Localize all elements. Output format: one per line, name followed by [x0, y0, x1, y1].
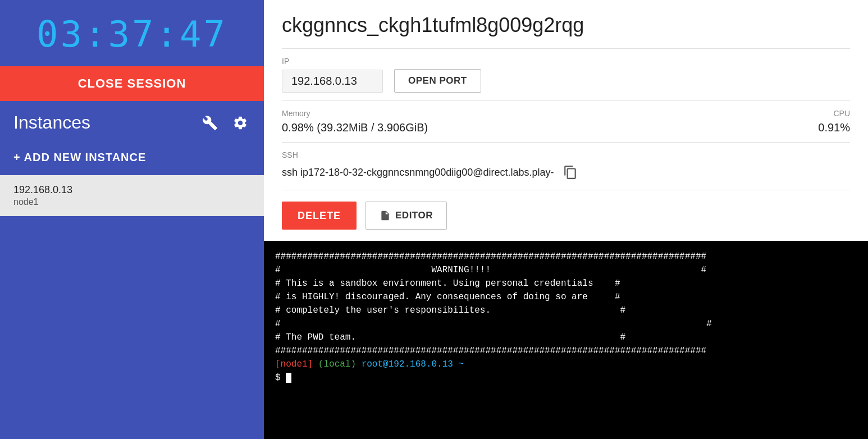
instance-detail: ckggnncs_ckgh1tufml8g009g2rqg IP 192.168…: [264, 0, 868, 241]
editor-icon: [380, 210, 391, 221]
terminal-prompt-node: [node1]: [275, 359, 313, 369]
wrench-icon-button[interactable]: [200, 113, 220, 133]
terminal[interactable]: ########################################…: [264, 241, 868, 439]
instance-title: ckggnncs_ckgh1tufml8g009g2rqg: [282, 13, 850, 37]
instance-item-name: node1: [13, 197, 250, 207]
terminal-prompt-user: root@192.168.0.13 ~: [362, 359, 464, 369]
delete-button[interactable]: DELETE: [282, 202, 357, 230]
timer-display: 03:37:47: [36, 13, 227, 55]
gear-icon-button[interactable]: [230, 113, 250, 133]
ssh-row: ssh ip172-18-0-32-ckggnncsnmng00diig00@d…: [282, 163, 850, 182]
close-session-button[interactable]: CLOSE SESSION: [0, 66, 264, 101]
ip-value: 192.168.0.13: [282, 70, 383, 93]
main-content: ckggnncs_ckgh1tufml8g009g2rqg IP 192.168…: [264, 0, 868, 439]
instance-list: 192.168.0.13 node1: [0, 175, 264, 216]
memory-value: 0.98% (39.32MiB / 3.906GiB): [282, 121, 428, 134]
timer-area: 03:37:47: [0, 0, 264, 66]
ssh-section: SSH ssh ip172-18-0-32-ckggnncsnmng00diig…: [282, 142, 850, 190]
ssh-label: SSH: [282, 150, 850, 159]
terminal-warning-line1: ########################################…: [275, 251, 712, 356]
add-new-instance-button[interactable]: + ADD NEW INSTANCE: [0, 144, 264, 171]
memory-label: Memory: [282, 109, 428, 118]
ip-section: IP 192.168.0.13 OPEN PORT: [282, 48, 850, 100]
memory-group: Memory 0.98% (39.32MiB / 3.906GiB): [282, 109, 428, 134]
ssh-value: ssh ip172-18-0-32-ckggnncsnmng00diig00@d…: [282, 167, 554, 179]
terminal-cursor: [286, 373, 291, 383]
action-row: DELETE EDITOR: [282, 190, 850, 241]
instances-label: Instances: [13, 112, 90, 133]
wrench-icon: [202, 115, 218, 131]
gear-icon: [232, 115, 248, 131]
terminal-prompt-local: (local): [318, 359, 356, 369]
instances-header: Instances: [0, 101, 264, 144]
instances-icons: [200, 113, 250, 133]
open-port-button[interactable]: OPEN PORT: [394, 69, 481, 93]
instance-item-ip: 192.168.0.13: [13, 184, 250, 196]
copy-icon: [563, 165, 578, 180]
ip-row: 192.168.0.13 OPEN PORT: [282, 69, 850, 93]
editor-label: EDITOR: [395, 210, 433, 221]
memory-cpu-section: Memory 0.98% (39.32MiB / 3.906GiB) CPU 0…: [282, 100, 850, 142]
instance-item[interactable]: 192.168.0.13 node1: [0, 175, 264, 216]
sidebar: 03:37:47 CLOSE SESSION Instances + ADD N…: [0, 0, 264, 439]
ip-label: IP: [282, 57, 850, 66]
terminal-dollar: $: [275, 373, 286, 383]
cpu-label: CPU: [818, 109, 850, 118]
cpu-value: 0.91%: [818, 121, 850, 134]
editor-button[interactable]: EDITOR: [366, 202, 447, 230]
cpu-group: CPU 0.91%: [818, 109, 850, 134]
copy-ssh-button[interactable]: [561, 163, 580, 182]
